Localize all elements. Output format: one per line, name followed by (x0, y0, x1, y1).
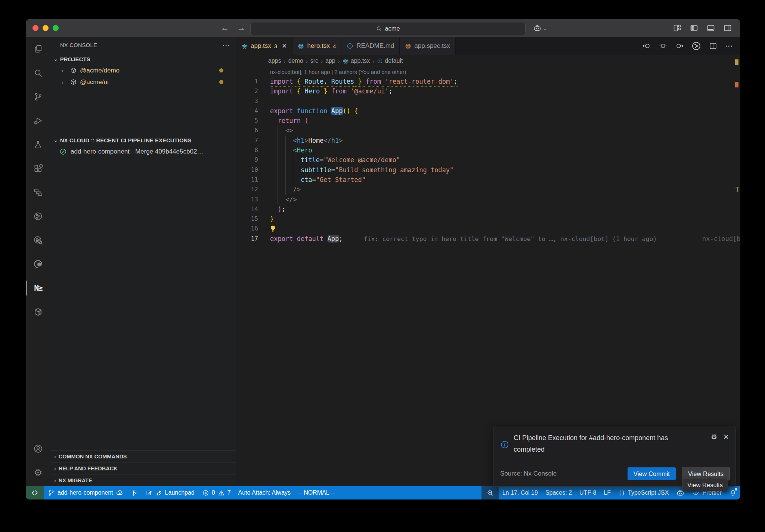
status-ln-17-col-19[interactable]: Ln 17, Col 19 (499, 486, 542, 499)
bell-icon (729, 489, 737, 497)
layout-custom-icon[interactable] (673, 24, 682, 33)
code-line-16: 16 (236, 224, 740, 233)
view-results-button[interactable]: View Results (682, 467, 730, 480)
status-spaces-2[interactable]: Spaces: 2 (542, 486, 576, 499)
command-center-search[interactable]: acme (250, 22, 526, 35)
status-git-graph[interactable] (127, 486, 142, 499)
minimap-glyph: T (735, 186, 739, 193)
nx-graph-icon (33, 235, 43, 245)
activity-bar-item-nx-console[interactable]: N≥ (26, 276, 50, 300)
code-area[interactable]: nx-cloud[bot], 1 hour ago | 2 authors (Y… (236, 68, 740, 486)
breadcrumb-item-apps[interactable]: apps (268, 58, 281, 64)
section-common-nx-commands[interactable]: ›COMMON NX COMMANDS (50, 450, 236, 462)
run-ci-icon[interactable] (691, 41, 701, 51)
status-text: Launchpad (165, 489, 195, 496)
status-cloud-upload[interactable]: add-hero-component (44, 486, 127, 499)
tab-app.tsx[interactable]: app.tsx3✕ (236, 37, 292, 55)
react-blue-icon (241, 43, 248, 49)
breadcrumb-item-app.tsx[interactable]: app.tsx (343, 58, 370, 64)
maximize-window-button[interactable] (53, 25, 59, 31)
activity-bar-item-containers[interactable] (26, 300, 50, 324)
pipeline-execution-item[interactable]: add-hero-component - Merge 409b44e5cb02… (50, 146, 236, 158)
copilot-chevron-icon[interactable]: ⌄ (543, 26, 547, 31)
more-actions-icon[interactable]: ⋯ (725, 41, 733, 50)
nav-back-icon[interactable] (642, 41, 651, 50)
section-nx-migrate[interactable]: ›NX MIGRATE (50, 474, 236, 486)
activity-bar-item-nx-cloud[interactable] (26, 204, 50, 228)
code-line-3: 3 (236, 96, 740, 106)
status-text: Spaces: 2 (545, 489, 572, 496)
breadcrumb-separator: › (284, 58, 286, 64)
nav-fwd-icon[interactable] (675, 41, 684, 50)
panel-left-icon[interactable] (690, 24, 699, 33)
split-editor-icon[interactable] (709, 41, 718, 50)
notification-close-icon[interactable]: ✕ (723, 433, 729, 440)
activity-bar-item-explorer[interactable] (26, 37, 50, 61)
status-auto-attach-always[interactable]: Auto Attach: Always (235, 486, 295, 499)
blame-right-edge: nx-cloud[b (702, 234, 740, 244)
activity-bar-item-accounts[interactable] (26, 437, 50, 461)
breadcrumb-item-demo[interactable]: demo (288, 58, 303, 64)
tab-app.spec.tsx[interactable]: app.spec.tsx (400, 37, 455, 55)
status-launchpad[interactable]: Launchpad (142, 486, 198, 499)
close-window-button[interactable] (32, 25, 38, 31)
check-circle-icon (59, 148, 67, 155)
history-forward-icon[interactable]: → (237, 23, 245, 33)
nx-cloud-section-header[interactable]: ⌄ NX CLOUD :: RECENT CI PIPELINE EXECUTI… (50, 134, 236, 146)
projects-section-header[interactable]: ⌄ PROJECTS (50, 53, 236, 65)
line-number: 16 (236, 224, 258, 233)
line-number: 10 (236, 165, 258, 175)
activity-bar-item-testing[interactable] (26, 133, 50, 157)
project-item[interactable]: ›@acme/demo (50, 65, 236, 76)
status-text: add-hero-component (58, 489, 113, 496)
breadcrumb-item-src[interactable]: src (310, 58, 318, 64)
history-back-icon[interactable]: ← (221, 23, 229, 33)
activity-bar-item-source-control[interactable] (26, 85, 50, 109)
project-item[interactable]: ›@acme/ui (50, 76, 236, 88)
activity-bar-item-nx-graph[interactable] (26, 228, 50, 252)
panel-bottom-icon[interactable] (706, 24, 715, 33)
minimize-window-button[interactable] (43, 25, 49, 31)
section-help-and-feedback[interactable]: ›HELP AND FEEDBACK (50, 462, 236, 474)
line-number: 4 (236, 106, 258, 116)
nav-mid-icon[interactable] (659, 41, 668, 50)
sidebar-more-icon[interactable]: ⋯ (223, 41, 230, 50)
tab-hero.tsx[interactable]: hero.tsx4 (292, 37, 341, 55)
status-7[interactable]: 07 (198, 486, 235, 499)
status-zoom-out[interactable] (481, 486, 499, 499)
activity-bar-item-remote-explorer[interactable] (26, 180, 50, 204)
breadcrumb-item-default[interactable]: default (377, 58, 403, 64)
line-number: 5 (236, 116, 258, 126)
activity-bar-item-search[interactable] (26, 61, 50, 85)
panel-right-icon[interactable] (723, 24, 732, 33)
code-line-17: 17export default App;fix: correct typo i… (236, 234, 740, 244)
line-number: 2 (236, 86, 258, 96)
notification-settings-icon[interactable]: ⚙ (711, 433, 717, 440)
nx-console-icon: N≥ (34, 284, 42, 293)
pipeline-label: add-hero-component - Merge 409b44e5cb02… (71, 148, 203, 155)
search-value: acme (385, 25, 400, 32)
status-lf[interactable]: LF (600, 486, 614, 499)
line-number: 14 (236, 204, 258, 214)
activity-bar-item-extensions[interactable] (26, 157, 50, 180)
view-commit-button[interactable]: View Commit (628, 467, 676, 480)
activity-bar-item-settings[interactable]: ⚙ (26, 461, 50, 485)
copilot-icon[interactable] (533, 24, 542, 33)
status-normal[interactable]: -- NORMAL -- (294, 486, 338, 499)
activity-bar-item-edge-browser[interactable] (26, 252, 50, 276)
nx-cloud-icon (33, 211, 43, 221)
search-icon (33, 68, 43, 78)
close-icon[interactable]: ✕ (282, 42, 287, 50)
status-text: 7 (227, 489, 231, 496)
line-number: 9 (236, 155, 258, 165)
activity-bar-item-run-debug[interactable] (26, 109, 50, 133)
status-typescript-jsx[interactable]: TypeScript JSX (614, 486, 672, 499)
code-line-1: 1import { Route, Routes } from 'react-ro… (236, 77, 740, 86)
breadcrumb-item-app[interactable]: app (325, 58, 335, 64)
tab-README.md[interactable]: README.md (341, 37, 400, 55)
status-remote-window[interactable] (26, 486, 44, 499)
status-utf-8[interactable]: UTF-8 (576, 486, 600, 499)
edit-square-icon (146, 489, 153, 497)
edge-browser-icon (33, 259, 43, 269)
package-box-icon (70, 67, 77, 74)
